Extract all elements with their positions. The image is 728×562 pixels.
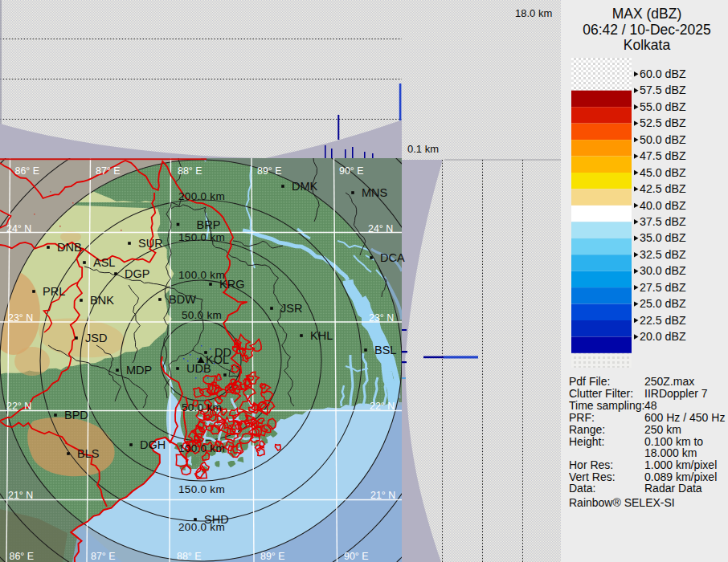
svg-text:90° E: 90° E (344, 551, 368, 562)
svg-text:1.000 km/pixel: 1.000 km/pixel (644, 458, 717, 471)
svg-text:600 Hz / 450 Hz: 600 Hz / 450 Hz (644, 411, 725, 424)
svg-text:87° E: 87° E (91, 551, 115, 562)
svg-text:DNB: DNB (57, 241, 82, 254)
svg-text:MNS: MNS (362, 186, 387, 199)
svg-text:JSR: JSR (280, 302, 302, 315)
svg-text:Clutter Filter:: Clutter Filter: (569, 387, 633, 400)
svg-text:KHL: KHL (310, 329, 333, 342)
svg-text:Kolkata: Kolkata (624, 37, 671, 53)
svg-text:88° E: 88° E (177, 551, 201, 562)
svg-text:32.5 dBZ: 32.5 dBZ (640, 248, 686, 261)
svg-text:57.5 dBZ: 57.5 dBZ (640, 83, 686, 96)
svg-text:0.1 km: 0.1 km (407, 143, 439, 155)
svg-text:100.0 km: 100.0 km (178, 442, 225, 454)
svg-text:48: 48 (644, 399, 657, 412)
svg-text:22° N: 22° N (370, 401, 395, 412)
svg-text:89° E: 89° E (257, 165, 281, 177)
svg-text:PRF:: PRF: (569, 411, 595, 424)
svg-text:200.0 km: 200.0 km (178, 190, 225, 202)
svg-text:IIRDoppler 7: IIRDoppler 7 (644, 387, 708, 400)
svg-text:BDW: BDW (169, 293, 196, 306)
svg-text:Rainbow® SELEX-SI: Rainbow® SELEX-SI (569, 496, 675, 509)
svg-text:DGH: DGH (140, 438, 166, 451)
svg-text:37.5 dBZ: 37.5 dBZ (640, 215, 686, 228)
svg-text:20.0 dBZ: 20.0 dBZ (640, 330, 686, 343)
svg-text:JSD: JSD (85, 332, 107, 344)
svg-text:06:42 / 10-Dec-2025: 06:42 / 10-Dec-2025 (583, 22, 711, 38)
svg-text:21° N: 21° N (370, 490, 395, 501)
svg-text:60.0 dBZ: 60.0 dBZ (640, 67, 686, 80)
svg-text:150.0 km: 150.0 km (178, 231, 225, 243)
svg-text:MAX (dBZ): MAX (dBZ) (612, 6, 682, 22)
svg-text:BPD: BPD (64, 409, 88, 422)
svg-text:50.0 dBZ: 50.0 dBZ (640, 133, 686, 146)
svg-text:24° N: 24° N (368, 223, 393, 234)
svg-text:100.0 km: 100.0 km (178, 269, 225, 281)
svg-text:22.5 dBZ: 22.5 dBZ (640, 314, 686, 327)
svg-text:50.0 km: 50.0 km (182, 309, 222, 321)
svg-text:42.5 dBZ: 42.5 dBZ (640, 182, 686, 195)
svg-text:250Z.max: 250Z.max (644, 375, 694, 388)
svg-text:250 km: 250 km (644, 423, 681, 436)
svg-text:86° E: 86° E (10, 551, 34, 562)
svg-text:86° E: 86° E (15, 165, 39, 177)
svg-text:Range:: Range: (569, 423, 605, 436)
svg-text:35.0 dBZ: 35.0 dBZ (640, 231, 686, 244)
svg-text:90° E: 90° E (339, 165, 363, 177)
svg-text:PRL: PRL (43, 285, 65, 298)
svg-text:45.0 dBZ: 45.0 dBZ (640, 166, 686, 179)
svg-text:Height:: Height: (569, 435, 604, 448)
svg-text:BRP: BRP (197, 218, 221, 231)
svg-text:52.5 dBZ: 52.5 dBZ (640, 116, 686, 129)
svg-text:Data:: Data: (569, 482, 595, 495)
svg-text:30.0 dBZ: 30.0 dBZ (640, 264, 686, 277)
svg-text:BNK: BNK (90, 294, 114, 307)
svg-text:Pdf File:: Pdf File: (569, 375, 610, 388)
svg-text:23° N: 23° N (369, 312, 394, 324)
svg-text:89° E: 89° E (260, 551, 284, 562)
svg-text:18.0 km: 18.0 km (515, 7, 552, 19)
svg-text:DMK: DMK (292, 180, 318, 193)
svg-text:DCA: DCA (380, 251, 405, 264)
svg-text:18.000 km: 18.000 km (644, 446, 697, 459)
svg-text:DGP: DGP (125, 267, 149, 280)
svg-text:SHD: SHD (204, 513, 229, 526)
svg-text:150.0 km: 150.0 km (178, 483, 225, 495)
svg-text:25.0 dBZ: 25.0 dBZ (640, 297, 686, 310)
svg-text:Radar Data: Radar Data (644, 482, 702, 495)
svg-text:Hor Res:: Hor Res: (569, 458, 613, 471)
svg-text:KOL: KOL (206, 353, 229, 366)
svg-text:KRG: KRG (219, 278, 244, 291)
svg-text:27.5 dBZ: 27.5 dBZ (640, 281, 686, 294)
svg-text:Time sampling:: Time sampling: (569, 399, 644, 412)
svg-text:40.0 dBZ: 40.0 dBZ (640, 199, 686, 212)
svg-text:ASL: ASL (93, 256, 115, 269)
svg-text:BLS: BLS (77, 447, 99, 460)
svg-text:BSL: BSL (374, 344, 396, 356)
svg-text:47.5 dBZ: 47.5 dBZ (640, 149, 686, 162)
svg-text:24° N: 24° N (6, 223, 31, 234)
svg-text:23° N: 23° N (8, 312, 33, 324)
svg-text:21° N: 21° N (8, 490, 33, 501)
svg-text:88° E: 88° E (178, 165, 202, 177)
svg-text:55.0 dBZ: 55.0 dBZ (640, 100, 686, 113)
svg-text:87° E: 87° E (96, 165, 120, 177)
svg-text:SUR: SUR (138, 237, 163, 250)
svg-text:22° N: 22° N (6, 401, 31, 412)
svg-text:MDP: MDP (126, 364, 152, 377)
svg-text:50.0 km: 50.0 km (182, 401, 222, 413)
